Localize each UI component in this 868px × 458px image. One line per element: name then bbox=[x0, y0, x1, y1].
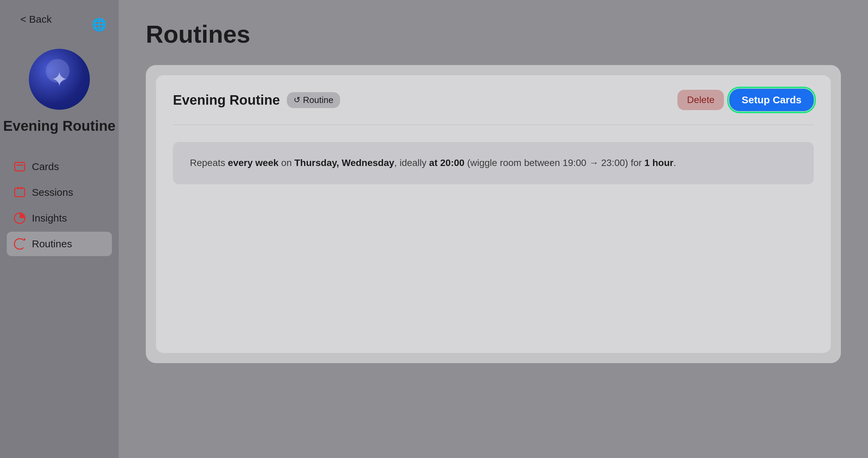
page-title: Routines bbox=[146, 20, 841, 48]
description-pre: Repeats bbox=[190, 158, 228, 168]
duration-bold: 1 hour bbox=[645, 158, 674, 168]
days-bold: Thursday, Wednesday bbox=[294, 158, 394, 168]
sidebar-top-row: < Back 🌐 bbox=[0, 14, 119, 49]
globe-icon[interactable]: 🌐 bbox=[92, 18, 108, 35]
setup-cards-button[interactable]: Setup Cards bbox=[729, 89, 814, 111]
insights-icon bbox=[14, 212, 26, 224]
routine-badge-label: Routine bbox=[303, 95, 334, 105]
time-bold: at 20:00 bbox=[429, 158, 465, 168]
routine-badge-icon: ↺ bbox=[294, 95, 300, 105]
routine-card-inner: Evening Routine ↺ Routine Delete Setup C… bbox=[156, 75, 831, 353]
sidebar-item-cards[interactable]: Cards bbox=[7, 154, 112, 179]
routine-badge: ↺ Routine bbox=[287, 92, 340, 108]
avatar-container: ✦ Evening Routine bbox=[0, 49, 119, 134]
description-mid2: , ideally bbox=[394, 158, 429, 168]
sessions-icon bbox=[14, 186, 26, 199]
sidebar-item-sessions-label: Sessions bbox=[32, 187, 73, 198]
routine-title-area: Evening Routine ↺ Routine bbox=[173, 92, 340, 108]
sidebar: < Back 🌐 ✦ Evening Routine Cards Session… bbox=[0, 0, 119, 458]
frequency-bold: every week bbox=[228, 158, 278, 168]
routine-description: Repeats every week on Thursday, Wednesda… bbox=[173, 142, 814, 184]
delete-button[interactable]: Delete bbox=[677, 90, 724, 110]
routine-name: Evening Routine bbox=[173, 92, 280, 108]
back-button[interactable]: < Back bbox=[20, 14, 52, 25]
sidebar-item-insights-label: Insights bbox=[32, 212, 67, 224]
description-mid1: on bbox=[279, 158, 295, 168]
nav-list: Cards Sessions Insights Routines bbox=[0, 144, 119, 256]
description-end: . bbox=[673, 158, 676, 168]
cards-icon bbox=[14, 161, 26, 173]
main-content: Routines Evening Routine ↺ Routine Delet… bbox=[119, 0, 868, 458]
routine-card-header: Evening Routine ↺ Routine Delete Setup C… bbox=[173, 89, 814, 111]
app-name: Evening Routine bbox=[3, 118, 115, 134]
sidebar-item-insights[interactable]: Insights bbox=[7, 206, 112, 230]
routine-card-outer: Evening Routine ↺ Routine Delete Setup C… bbox=[146, 65, 841, 363]
sidebar-item-cards-label: Cards bbox=[32, 161, 59, 172]
routine-actions: Delete Setup Cards bbox=[677, 89, 814, 111]
sidebar-item-sessions[interactable]: Sessions bbox=[7, 180, 112, 205]
description-mid3: (wiggle room between 19:00 → 23:00) for bbox=[465, 158, 645, 168]
routine-divider bbox=[173, 125, 814, 125]
routines-icon bbox=[14, 238, 26, 250]
avatar: ✦ bbox=[29, 49, 90, 110]
sidebar-item-routines[interactable]: Routines bbox=[7, 232, 112, 256]
sidebar-item-routines-label: Routines bbox=[32, 238, 72, 250]
avatar-icon: ✦ bbox=[51, 67, 68, 91]
